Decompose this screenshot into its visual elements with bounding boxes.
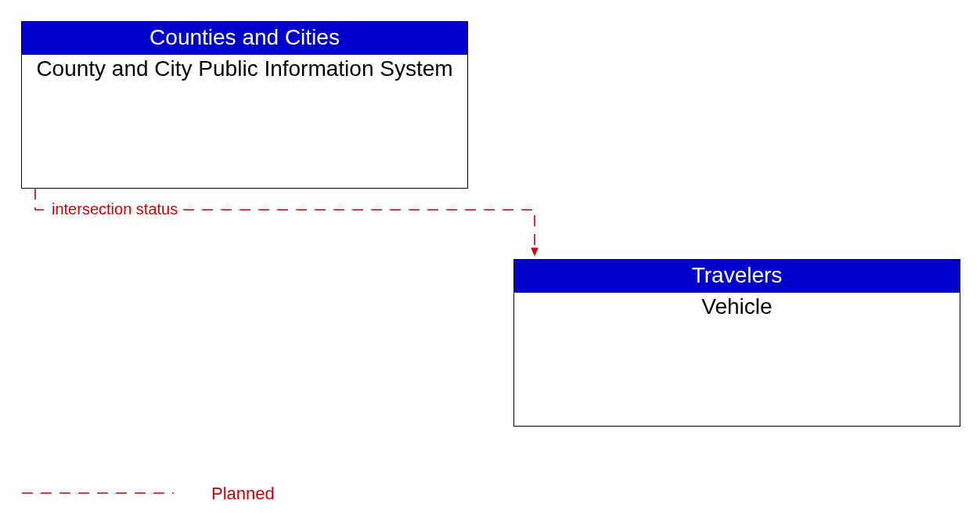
entity-header-source: Counties and Cities: [22, 22, 467, 55]
flow-path: [35, 189, 535, 255]
legend-label-planned: Planned: [211, 484, 275, 504]
entity-body-target: Vehicle: [514, 293, 960, 321]
flow-label: intersection status: [49, 200, 181, 218]
entity-box-target: Travelers Vehicle: [513, 259, 960, 427]
entity-box-source: Counties and Cities County and City Publ…: [21, 21, 468, 189]
entity-body-source: County and City Public Information Syste…: [22, 55, 467, 83]
entity-header-target: Travelers: [514, 260, 960, 293]
